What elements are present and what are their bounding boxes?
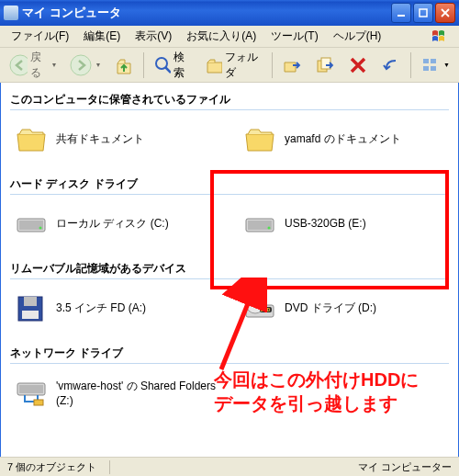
item-label: 共有ドキュメント bbox=[56, 131, 144, 147]
svg-rect-18 bbox=[24, 297, 37, 306]
views-button[interactable]: ▼ bbox=[415, 51, 455, 79]
chevron-down-icon: ▼ bbox=[51, 62, 58, 68]
svg-rect-0 bbox=[397, 15, 405, 17]
menu-file[interactable]: ファイル(F) bbox=[4, 26, 76, 47]
user-documents[interactable]: yamafd のドキュメント bbox=[230, 114, 458, 167]
minimize-button[interactable] bbox=[391, 3, 411, 23]
separator bbox=[143, 52, 144, 78]
usb-disk-e[interactable]: USB-320GB (E:) bbox=[230, 198, 458, 252]
status-location: マイ コンピューター bbox=[334, 460, 459, 474]
svg-rect-10 bbox=[431, 66, 436, 71]
close-button[interactable] bbox=[435, 3, 455, 23]
svg-rect-9 bbox=[423, 66, 429, 71]
maximize-button[interactable] bbox=[413, 3, 433, 23]
svg-rect-6 bbox=[321, 58, 330, 69]
svg-point-3 bbox=[71, 55, 91, 75]
windows-flag-icon bbox=[426, 27, 455, 47]
menu-edit[interactable]: 編集(E) bbox=[76, 26, 128, 47]
back-label: 戻る bbox=[30, 50, 49, 81]
item-label: DVD ドライブ (D:) bbox=[285, 300, 376, 316]
window-title: マイ コンピュータ bbox=[22, 5, 389, 21]
folder-icon bbox=[244, 125, 275, 153]
svg-text:DVD: DVD bbox=[261, 307, 271, 312]
folders-button[interactable]: フォルダ bbox=[199, 51, 268, 79]
network-drive-z[interactable]: 'vmware-host' の Shared Folders(Z:) bbox=[1, 368, 230, 422]
svg-rect-27 bbox=[34, 400, 43, 405]
content-pane: このコンピュータに保管されているファイル 共有ドキュメント yamafd のドキ… bbox=[0, 83, 459, 457]
title-bar: マイ コンピュータ bbox=[0, 0, 459, 26]
item-label: 3.5 インチ FD (A:) bbox=[56, 300, 146, 316]
svg-point-22 bbox=[252, 301, 258, 307]
item-label: ローカル ディスク (C:) bbox=[56, 216, 169, 232]
hard-drive-icon bbox=[16, 210, 47, 237]
separator bbox=[272, 52, 273, 78]
dvd-drive-icon: DVD bbox=[244, 294, 275, 322]
delete-button[interactable] bbox=[342, 51, 374, 79]
shared-documents[interactable]: 共有ドキュメント bbox=[1, 114, 230, 167]
system-icon bbox=[4, 6, 18, 20]
move-to-button[interactable] bbox=[276, 51, 308, 79]
item-label: USB-320GB (E:) bbox=[285, 217, 366, 230]
status-bar: 7 個のオブジェクト マイ コンピューター bbox=[0, 457, 459, 476]
local-disk-c[interactable]: ローカル ディスク (C:) bbox=[1, 198, 230, 252]
forward-button[interactable]: ▼ bbox=[64, 51, 106, 79]
floppy-a[interactable]: 3.5 インチ FD (A:) bbox=[1, 283, 230, 336]
copy-to-button[interactable] bbox=[309, 51, 341, 79]
svg-rect-7 bbox=[423, 59, 429, 63]
chevron-down-icon: ▼ bbox=[443, 62, 450, 68]
item-label: yamafd のドキュメント bbox=[285, 131, 401, 147]
section-hard-disks: ハード ディスク ドライブ bbox=[1, 167, 458, 198]
undo-button[interactable] bbox=[375, 51, 407, 79]
svg-point-13 bbox=[39, 227, 42, 230]
status-objects: 7 個のオブジェクト bbox=[0, 460, 110, 474]
svg-point-2 bbox=[10, 55, 28, 75]
svg-rect-8 bbox=[431, 59, 436, 63]
folder-icon bbox=[16, 125, 47, 153]
section-stored-files: このコンピュータに保管されているファイル bbox=[1, 83, 458, 114]
system-icon bbox=[341, 460, 354, 473]
back-button[interactable]: 戻る ▼ bbox=[4, 51, 62, 79]
floppy-icon bbox=[16, 294, 47, 322]
separator bbox=[410, 52, 411, 78]
item-label: 'vmware-host' の Shared Folders(Z:) bbox=[56, 379, 216, 407]
menu-bar: ファイル(F) 編集(E) 表示(V) お気に入り(A) ツール(T) ヘルプ(… bbox=[0, 26, 459, 48]
svg-rect-19 bbox=[22, 311, 39, 319]
toolbar: 戻る ▼ ▼ 検索 フォルダ ▼ bbox=[0, 48, 459, 83]
dvd-d[interactable]: DVD DVD ドライブ (D:) bbox=[230, 283, 458, 336]
menu-tools[interactable]: ツール(T) bbox=[263, 26, 325, 47]
menu-view[interactable]: 表示(V) bbox=[128, 26, 179, 47]
chevron-down-icon: ▼ bbox=[95, 62, 101, 68]
menu-favorites[interactable]: お気に入り(A) bbox=[179, 26, 263, 47]
search-button[interactable]: 検索 bbox=[148, 51, 197, 79]
network-drive-icon bbox=[16, 380, 47, 407]
svg-rect-26 bbox=[19, 385, 43, 393]
search-label: 検索 bbox=[174, 50, 192, 81]
hard-drive-icon bbox=[244, 210, 275, 237]
up-button[interactable] bbox=[108, 51, 140, 79]
folders-label: フォルダ bbox=[225, 50, 263, 81]
section-removable: リムーバブル記憶域があるデバイス bbox=[1, 252, 458, 283]
svg-rect-1 bbox=[420, 9, 427, 17]
section-network: ネットワーク ドライブ bbox=[1, 336, 458, 368]
svg-point-16 bbox=[268, 227, 271, 230]
menu-help[interactable]: ヘルプ(H) bbox=[326, 26, 389, 47]
